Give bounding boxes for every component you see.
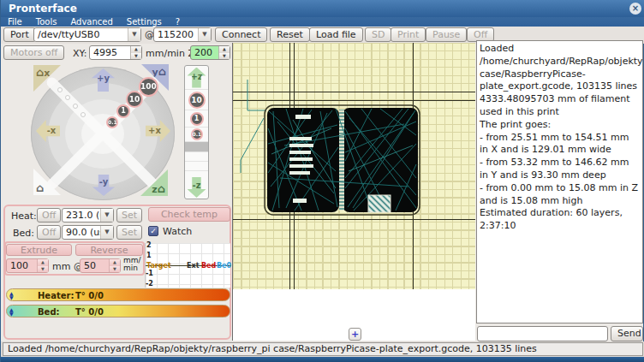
graph-tick: 1: [146, 252, 152, 259]
check-temp-button[interactable]: Check temp: [148, 207, 230, 222]
chevron-down-icon[interactable]: ▼: [100, 209, 113, 222]
extrude-length-value: 100: [7, 259, 37, 272]
jog-step-10[interactable]: 10: [126, 91, 143, 108]
jog-dot: [65, 95, 70, 100]
spin-up-icon[interactable]: ▲: [38, 259, 48, 266]
spin-down-icon[interactable]: ▼: [219, 53, 230, 60]
log-output[interactable]: Loaded /home/churchyard/RepRap/objekty/r…: [476, 40, 643, 323]
bed-gauge[interactable]: ▲▼ Bed: T° 0/0: [6, 305, 230, 317]
spin-up-icon[interactable]: ▲: [110, 259, 120, 266]
z-step-1[interactable]: 1: [185, 110, 208, 128]
watch-label: Watch: [163, 224, 192, 239]
bed-off-button[interactable]: Off: [37, 225, 61, 240]
graph-label-be0: Be0: [217, 262, 231, 270]
heat-set-button[interactable]: Set: [116, 208, 142, 223]
heat-label: Heat:: [11, 209, 37, 223]
extrude-button[interactable]: Extrude: [6, 244, 72, 256]
chevron-down-icon[interactable]: ▼: [198, 28, 211, 41]
watch-checkbox[interactable]: ✓: [148, 226, 158, 236]
minus-z-arrow: -z: [188, 177, 206, 198]
print-button[interactable]: Print: [391, 27, 426, 42]
reset-button[interactable]: Reset: [270, 27, 310, 42]
heater-gauge-label: Heater:: [38, 291, 74, 300]
z-step-0-1-badge: 0.1: [191, 128, 203, 140]
z-strip-segment[interactable]: [185, 162, 208, 171]
spin-down-icon[interactable]: ▼: [110, 266, 120, 273]
port-combo[interactable]: /dev/ttyUSB0 ▼: [33, 27, 141, 42]
gcode-preview: [233, 43, 475, 289]
menu-help[interactable]: ?: [169, 17, 187, 27]
spin-up-icon[interactable]: ▲: [219, 46, 230, 53]
menu-bar: File Tools Advanced Settings ?: [1, 17, 644, 27]
jog-plus-z-button[interactable]: +z: [185, 66, 208, 90]
bed-temp-value: 90.0 (us: [63, 227, 100, 238]
bed-set-button[interactable]: Set: [116, 225, 142, 240]
sd-button[interactable]: SD: [365, 27, 391, 42]
menu-tools[interactable]: Tools: [29, 17, 64, 27]
window-border: [1, 357, 644, 362]
z-feed-spinner[interactable]: 200 ▲▼: [190, 45, 230, 60]
extrude-speed-spinner[interactable]: 50 ▲▼: [80, 258, 121, 273]
viewer-zoom-in-button[interactable]: +: [349, 328, 361, 341]
spin-down-icon[interactable]: ▼: [38, 266, 48, 273]
heat-off-button[interactable]: Off: [37, 208, 61, 223]
home-icon: ⌂: [36, 181, 44, 194]
z-step-10[interactable]: 10: [185, 90, 208, 110]
z-strip-segment[interactable]: [185, 142, 208, 152]
reverse-button[interactable]: Reverse: [75, 244, 143, 256]
heater-gauge-value: T° 0/0: [75, 291, 104, 300]
spin-down-icon[interactable]: ▼: [131, 53, 141, 60]
heat-temp-combo[interactable]: 231.0 (u ▼: [62, 208, 114, 223]
chevron-down-icon[interactable]: ▼: [128, 28, 140, 41]
graph-tick: -1: [146, 270, 153, 277]
mm-min-unit-label: mm/min: [123, 257, 144, 272]
pronterface-window: Pronterface × File Tools Advanced Settin…: [0, 0, 644, 362]
graph-label-bed: Bed: [201, 262, 216, 270]
menu-settings[interactable]: Settings: [120, 17, 169, 27]
port-combo-value: /dev/ttyUSB0: [34, 29, 128, 40]
send-button[interactable]: Send: [611, 326, 643, 341]
z-strip-segment[interactable]: [185, 152, 208, 162]
jog-step-100[interactable]: 100: [139, 77, 158, 97]
home-icon: ⌂: [158, 182, 165, 195]
heat-temp-value: 231.0 (u: [63, 210, 100, 221]
motors-off-button[interactable]: Motors off: [3, 45, 64, 60]
bed-gauge-value: T° 0/0: [75, 307, 104, 317]
connect-button[interactable]: Connect: [215, 27, 267, 42]
gauge-marker-icon: ▲▼: [9, 291, 16, 300]
command-input[interactable]: [477, 326, 608, 341]
xy-feed-spinner[interactable]: 4995 ▲▼: [89, 45, 142, 60]
xy-feed-value: 4995: [90, 46, 130, 59]
gcode-plate-grid[interactable]: [233, 43, 475, 289]
chevron-down-icon[interactable]: ▼: [100, 226, 113, 239]
extrude-speed-value: 50: [80, 259, 109, 272]
mm-at-label: mm @: [52, 259, 83, 274]
baud-combo[interactable]: 115200 ▼: [153, 27, 212, 42]
load-file-button[interactable]: Load file: [309, 27, 363, 42]
status-bar: Loaded /home/churchyard/RepRap/objekty/r…: [1, 341, 644, 357]
jog-minus-z-button[interactable]: -z: [185, 176, 208, 199]
jog-controls: ⌂x y⌂ ⌂ z⌂ +y -y -x +x 100 10 1 0.1 +z 1…: [14, 63, 228, 204]
home-icon: ⌂: [158, 65, 166, 78]
bed-temp-combo[interactable]: 90.0 (us ▼: [62, 225, 114, 240]
title-bar[interactable]: Pronterface ×: [1, 0, 644, 17]
port-button[interactable]: Port: [3, 27, 36, 42]
jog-dot: [57, 87, 63, 92]
menu-advanced[interactable]: Advanced: [63, 17, 119, 27]
z-jog-strip: +z 10 1 0.1 -z: [184, 65, 209, 199]
jog-step-1[interactable]: 1: [116, 104, 130, 118]
pause-button[interactable]: Pause: [426, 27, 467, 42]
close-icon[interactable]: ×: [629, 3, 641, 15]
graph-tick: -2: [146, 280, 153, 288]
jog-step-0-1[interactable]: 0.1: [106, 116, 118, 128]
window-title: Pronterface: [9, 3, 77, 15]
temperature-graph: 2 1 -1 -2 Target Ext Bed Be0: [145, 243, 230, 288]
extrude-length-spinner[interactable]: 100 ▲▼: [6, 258, 49, 273]
z-step-0-1[interactable]: 0.1: [185, 128, 208, 142]
heater-gauge[interactable]: ▲▼ Heater: T° 0/0: [6, 288, 230, 301]
jog-dot: [80, 112, 86, 117]
menu-file[interactable]: File: [1, 17, 29, 27]
z-feed-value: 200: [191, 46, 218, 59]
spin-up-icon[interactable]: ▲: [131, 46, 141, 53]
status-text: Loaded /home/churchyard/RepRap/objekty/r…: [3, 342, 643, 356]
